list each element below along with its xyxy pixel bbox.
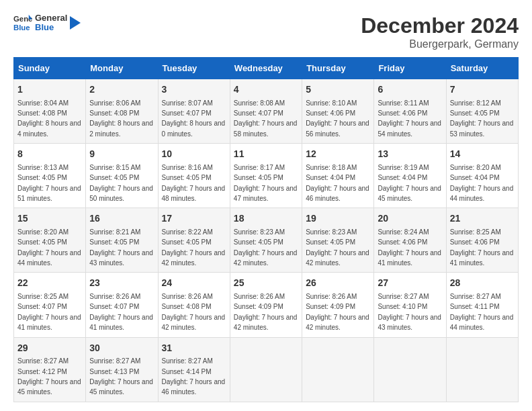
daylight-info: Daylight: 8 hours and 0 minutes. (162, 120, 226, 137)
daylight-info: Daylight: 7 hours and 44 minutes. (450, 185, 514, 202)
sunrise-info: Sunrise: 8:18 AM (306, 164, 357, 171)
logo-icon: General Blue (13, 13, 32, 32)
sunrise-info: Sunrise: 8:20 AM (17, 228, 69, 236)
daylight-info: Daylight: 7 hours and 42 minutes. (234, 314, 298, 331)
sunrise-info: Sunrise: 8:26 AM (234, 293, 285, 300)
daylight-info: Daylight: 7 hours and 53 minutes. (450, 120, 514, 137)
daylight-info: Daylight: 7 hours and 46 minutes. (306, 185, 369, 202)
daylight-info: Daylight: 7 hours and 44 minutes. (17, 249, 81, 267)
title-area: December 2024 Buergerpark, Germany (361, 13, 519, 50)
calendar-week-4: 22 Sunrise: 8:25 AM Sunset: 4:07 PM Dayl… (14, 273, 519, 337)
day-number: 3 (162, 83, 226, 97)
day-number: 25 (234, 277, 298, 290)
day-number: 23 (89, 277, 154, 290)
logo-blue-text: Blue (35, 23, 67, 32)
sunset-info: Sunset: 4:05 PM (450, 109, 500, 117)
day-number: 7 (450, 83, 515, 97)
page-header: General Blue General Blue December 2024 … (13, 13, 519, 50)
day-number: 9 (89, 148, 154, 161)
day-number: 14 (450, 148, 515, 161)
sunset-info: Sunset: 4:07 PM (17, 303, 67, 310)
daylight-info: Daylight: 7 hours and 41 minutes. (450, 249, 514, 267)
calendar-cell-w1-d5: 6 Sunrise: 8:11 AM Sunset: 4:06 PM Dayli… (374, 79, 446, 144)
svg-marker-3 (70, 16, 81, 30)
sunrise-info: Sunrise: 8:27 AM (17, 357, 69, 365)
calendar-cell-w3-d3: 18 Sunrise: 8:23 AM Sunset: 4:05 PM Dayl… (230, 208, 302, 273)
day-number: 20 (378, 212, 442, 226)
daylight-info: Daylight: 7 hours and 42 minutes. (234, 249, 298, 267)
daylight-info: Daylight: 7 hours and 44 minutes. (450, 314, 514, 331)
day-number: 11 (234, 148, 298, 161)
logo-general-text: General (35, 13, 67, 23)
daylight-info: Daylight: 7 hours and 41 minutes. (378, 249, 441, 267)
col-thursday: Thursday (302, 58, 374, 79)
sunrise-info: Sunrise: 8:20 AM (450, 164, 501, 171)
daylight-info: Daylight: 7 hours and 42 minutes. (306, 314, 369, 331)
sunset-info: Sunset: 4:07 PM (162, 109, 212, 117)
calendar-cell-w4-d2: 24 Sunrise: 8:26 AM Sunset: 4:08 PM Dayl… (158, 273, 230, 337)
sunrise-info: Sunrise: 8:07 AM (162, 99, 213, 107)
sunset-info: Sunset: 4:05 PM (234, 238, 283, 246)
day-number: 6 (378, 83, 442, 97)
sunrise-info: Sunrise: 8:08 AM (234, 99, 285, 107)
sunrise-info: Sunrise: 8:11 AM (378, 99, 429, 107)
daylight-info: Daylight: 7 hours and 42 minutes. (306, 249, 369, 267)
sunset-info: Sunset: 4:07 PM (234, 109, 283, 117)
day-number: 21 (450, 212, 515, 226)
calendar-cell-w2-d3: 11 Sunrise: 8:17 AM Sunset: 4:05 PM Dayl… (230, 144, 302, 208)
calendar-cell-w4-d0: 22 Sunrise: 8:25 AM Sunset: 4:07 PM Dayl… (14, 273, 86, 337)
sunrise-info: Sunrise: 8:27 AM (378, 293, 429, 300)
daylight-info: Daylight: 7 hours and 51 minutes. (17, 185, 81, 202)
page-title: December 2024 (361, 13, 519, 38)
sunrise-info: Sunrise: 8:15 AM (89, 164, 140, 171)
calendar-cell-w1-d3: 4 Sunrise: 8:08 AM Sunset: 4:07 PM Dayli… (230, 79, 302, 144)
day-number: 26 (306, 277, 370, 290)
daylight-info: Daylight: 7 hours and 47 minutes. (234, 185, 298, 202)
sunrise-info: Sunrise: 8:25 AM (17, 293, 69, 300)
sunrise-info: Sunrise: 8:24 AM (378, 228, 429, 236)
logo: General Blue General Blue (13, 13, 81, 33)
sunset-info: Sunset: 4:05 PM (89, 238, 139, 246)
day-number: 13 (378, 148, 442, 161)
calendar-cell-w1-d2: 3 Sunrise: 8:07 AM Sunset: 4:07 PM Dayli… (158, 79, 230, 144)
sunset-info: Sunset: 4:09 PM (234, 303, 283, 310)
sunset-info: Sunset: 4:06 PM (450, 238, 500, 246)
sunrise-info: Sunrise: 8:19 AM (378, 164, 429, 171)
col-sunday: Sunday (14, 58, 86, 79)
calendar-week-3: 15 Sunrise: 8:20 AM Sunset: 4:05 PM Dayl… (14, 208, 519, 273)
day-number: 27 (378, 277, 442, 290)
calendar-cell-w5-d2: 31 Sunrise: 8:27 AM Sunset: 4:14 PM Dayl… (158, 337, 230, 402)
day-number: 18 (234, 212, 298, 226)
day-number: 15 (17, 212, 82, 226)
daylight-info: Daylight: 7 hours and 46 minutes. (162, 378, 226, 396)
calendar-cell-w5-d1: 30 Sunrise: 8:27 AM Sunset: 4:13 PM Dayl… (86, 337, 158, 402)
sunset-info: Sunset: 4:08 PM (17, 109, 67, 117)
day-number: 24 (162, 277, 226, 290)
day-number: 16 (89, 212, 154, 226)
daylight-info: Daylight: 7 hours and 48 minutes. (162, 185, 226, 202)
sunset-info: Sunset: 4:10 PM (378, 303, 427, 310)
sunset-info: Sunset: 4:05 PM (306, 238, 355, 246)
sunrise-info: Sunrise: 8:16 AM (162, 164, 213, 171)
calendar-cell-w5-d6 (446, 337, 518, 402)
calendar-table: Sunday Monday Tuesday Wednesday Thursday… (13, 57, 519, 402)
calendar-cell-w1-d4: 5 Sunrise: 8:10 AM Sunset: 4:06 PM Dayli… (302, 79, 374, 144)
svg-text:Blue: Blue (13, 24, 30, 32)
sunrise-info: Sunrise: 8:10 AM (306, 99, 357, 107)
calendar-cell-w4-d5: 27 Sunrise: 8:27 AM Sunset: 4:10 PM Dayl… (374, 273, 446, 337)
daylight-info: Daylight: 8 hours and 4 minutes. (17, 120, 81, 137)
calendar-cell-w5-d3 (230, 337, 302, 402)
sunrise-info: Sunrise: 8:26 AM (306, 293, 357, 300)
sunrise-info: Sunrise: 8:27 AM (89, 357, 140, 365)
daylight-info: Daylight: 7 hours and 42 minutes. (162, 314, 226, 331)
sunset-info: Sunset: 4:05 PM (162, 174, 212, 181)
daylight-info: Daylight: 7 hours and 56 minutes. (306, 120, 369, 137)
daylight-info: Daylight: 7 hours and 45 minutes. (17, 378, 81, 396)
col-monday: Monday (86, 58, 158, 79)
calendar-cell-w5-d0: 29 Sunrise: 8:27 AM Sunset: 4:12 PM Dayl… (14, 337, 86, 402)
day-number: 30 (89, 342, 154, 355)
sunset-info: Sunset: 4:08 PM (162, 303, 212, 310)
daylight-info: Daylight: 7 hours and 43 minutes. (378, 314, 441, 331)
calendar-cell-w1-d6: 7 Sunrise: 8:12 AM Sunset: 4:05 PM Dayli… (446, 79, 518, 144)
calendar-cell-w3-d0: 15 Sunrise: 8:20 AM Sunset: 4:05 PM Dayl… (14, 208, 86, 273)
